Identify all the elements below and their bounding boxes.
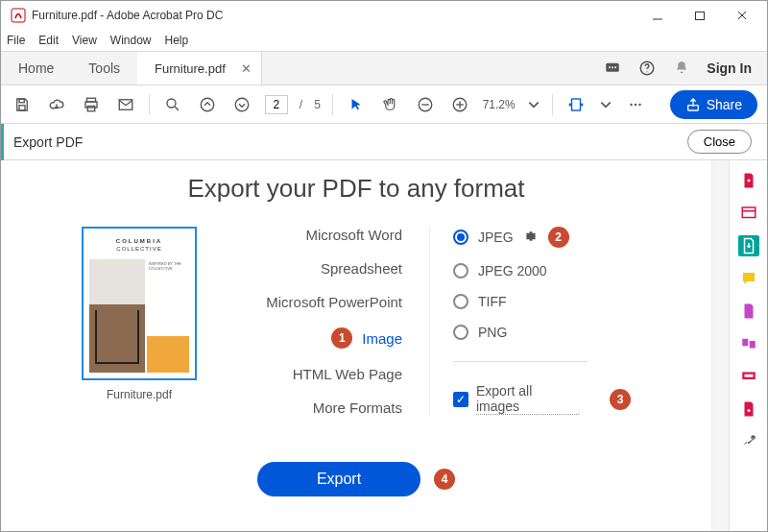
page-up-icon[interactable] xyxy=(196,93,219,116)
badge-2: 2 xyxy=(548,227,569,248)
option-tiff[interactable]: TIFF xyxy=(453,294,631,309)
more-tools-icon[interactable] xyxy=(624,93,647,116)
format-more[interactable]: More Formats xyxy=(229,399,402,416)
menu-window[interactable]: Window xyxy=(110,34,152,47)
option-jpeg-label: JPEG xyxy=(478,230,514,245)
select-tool-icon[interactable] xyxy=(345,93,368,116)
window-close-button[interactable] xyxy=(721,1,763,30)
thumbnail-caption: Furniture.pdf xyxy=(107,388,172,401)
format-word[interactable]: Microsoft Word xyxy=(229,227,402,243)
radio-icon xyxy=(453,230,468,245)
sign-in-link[interactable]: Sign In xyxy=(707,60,752,76)
radio-icon xyxy=(453,325,468,340)
export-button[interactable]: Export xyxy=(257,462,420,496)
zoom-in-icon[interactable] xyxy=(448,93,471,116)
format-spreadsheet[interactable]: Spreadsheet xyxy=(229,260,402,277)
page-sep: / xyxy=(300,98,302,111)
option-tiff-label: TIFF xyxy=(478,294,507,309)
format-html[interactable]: HTML Web Page xyxy=(229,366,402,382)
page-number-input[interactable] xyxy=(265,95,288,114)
fit-width-icon[interactable] xyxy=(564,93,588,116)
save-icon[interactable] xyxy=(11,93,34,116)
menubar: File Edit View Window Help xyxy=(1,30,767,51)
svg-rect-11 xyxy=(19,99,24,103)
thumb-title: COLUMBIA xyxy=(89,238,189,244)
menu-help[interactable]: Help xyxy=(165,34,189,47)
svg-text:+: + xyxy=(752,436,754,440)
radio-icon xyxy=(453,294,468,309)
cloud-icon[interactable] xyxy=(45,93,68,116)
thumb-accent xyxy=(147,336,189,373)
badge-4: 4 xyxy=(434,469,455,490)
zoom-value[interactable]: 71.2% xyxy=(483,98,516,111)
format-list: Microsoft Word Spreadsheet Microsoft Pow… xyxy=(229,227,402,416)
svg-rect-31 xyxy=(742,207,756,218)
svg-point-20 xyxy=(235,98,249,111)
tab-home[interactable]: Home xyxy=(1,52,71,85)
zoom-dropdown-icon[interactable] xyxy=(527,93,540,116)
badge-1: 1 xyxy=(331,327,352,349)
export-all-images-checkbox[interactable]: ✓ Export all images 3 xyxy=(453,383,631,415)
notifications-icon[interactable] xyxy=(603,59,622,78)
print-icon[interactable] xyxy=(80,93,103,116)
checkbox-icon: ✓ xyxy=(453,392,468,407)
export-pdf-icon[interactable] xyxy=(738,235,759,256)
mail-icon[interactable] xyxy=(114,93,137,116)
search-icon[interactable] xyxy=(161,93,184,116)
svg-rect-15 xyxy=(87,106,95,110)
svg-line-18 xyxy=(175,107,179,110)
bell-icon[interactable] xyxy=(672,59,691,78)
svg-point-10 xyxy=(647,71,648,72)
share-button-label: Share xyxy=(707,97,742,112)
combine-files-icon[interactable] xyxy=(738,333,759,354)
main: Export your PDF to any format COLUMBIA C… xyxy=(1,160,767,531)
titlebar: Furniture.pdf - Adobe Acrobat Pro DC xyxy=(1,1,767,30)
redact-icon[interactable] xyxy=(738,366,759,387)
radio-icon xyxy=(453,263,468,278)
help-icon[interactable] xyxy=(637,59,657,78)
create-pdf-icon[interactable] xyxy=(738,170,759,191)
thumb-text: INSPIRED BY THE COLLECTIVE xyxy=(147,259,189,336)
organize-pages-icon[interactable] xyxy=(738,301,759,322)
tab-tools[interactable]: Tools xyxy=(71,52,137,85)
menu-edit[interactable]: Edit xyxy=(38,34,59,47)
svg-point-37 xyxy=(747,409,750,412)
format-powerpoint[interactable]: Microsoft PowerPoint xyxy=(229,294,402,310)
vertical-scrollbar[interactable] xyxy=(711,160,729,531)
tabs-row: Home Tools Furniture.pdf ✕ Sign In xyxy=(1,51,767,85)
svg-point-17 xyxy=(167,99,176,108)
menu-file[interactable]: File xyxy=(7,34,25,47)
thumbnail-column: COLUMBIA COLLECTIVE INSPIRED BY THE COLL… xyxy=(82,227,197,416)
tab-document[interactable]: Furniture.pdf ✕ xyxy=(137,52,262,85)
zoom-out-icon[interactable] xyxy=(414,93,437,116)
page-down-icon[interactable] xyxy=(230,93,253,116)
acrobat-app-icon xyxy=(11,8,26,23)
close-tab-icon[interactable]: ✕ xyxy=(241,61,252,76)
svg-rect-12 xyxy=(19,105,25,109)
panel-accent xyxy=(1,124,4,160)
window-minimize-button[interactable] xyxy=(636,1,679,30)
page-heading: Export your PDF to any format xyxy=(1,174,711,204)
protect-icon[interactable] xyxy=(738,399,759,420)
gear-icon[interactable] xyxy=(523,229,539,247)
export-bar: Export PDF Close xyxy=(1,124,767,160)
window-maximize-button[interactable] xyxy=(679,1,721,30)
menu-view[interactable]: View xyxy=(72,34,97,47)
right-rail: + xyxy=(729,160,767,531)
option-png[interactable]: PNG xyxy=(453,325,631,340)
hand-tool-icon[interactable] xyxy=(379,93,402,116)
format-image[interactable]: 1 Image xyxy=(229,327,402,349)
more-tools-rail-icon[interactable]: + xyxy=(738,431,759,452)
option-jpeg2000[interactable]: JPEG 2000 xyxy=(453,263,631,278)
share-button[interactable]: Share xyxy=(670,90,757,119)
edit-pdf-icon[interactable] xyxy=(738,203,759,224)
thumb-chair-image xyxy=(89,259,145,373)
option-jpeg[interactable]: JPEG 2 xyxy=(453,227,631,248)
comment-icon[interactable] xyxy=(738,268,759,289)
option-jpeg2000-label: JPEG 2000 xyxy=(478,263,547,278)
close-panel-button[interactable]: Close xyxy=(687,130,752,154)
document-thumbnail[interactable]: COLUMBIA COLLECTIVE INSPIRED BY THE COLL… xyxy=(82,227,197,380)
options-divider xyxy=(453,361,588,362)
svg-rect-26 xyxy=(571,99,580,110)
fit-dropdown-icon[interactable] xyxy=(599,93,612,116)
